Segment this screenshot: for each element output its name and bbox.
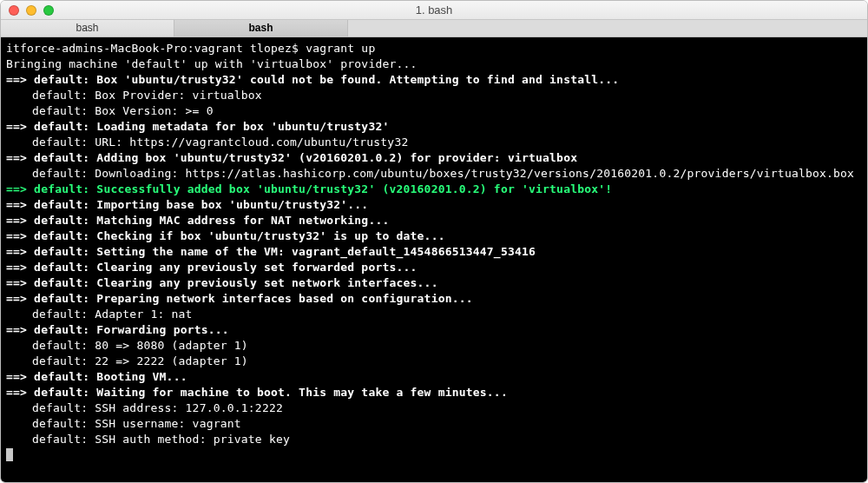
terminal-line: ==> default: Setting the name of the VM:… [6,244,862,260]
terminal-line: ==> default: Importing base box 'ubuntu/… [6,197,862,213]
terminal-success-line: ==> default: Successfully added box 'ubu… [6,182,862,197]
terminal-line: default: SSH username: vagrant [6,416,862,432]
terminal-cursor-line [6,447,862,463]
terminal-line: ==> default: Box 'ubuntu/trusty32' could… [6,72,862,88]
prompt-command: vagrant up [306,42,375,55]
titlebar: 1. bash [1,1,867,20]
terminal-line: ==> default: Checking if box 'ubuntu/tru… [6,228,862,244]
terminal-line: ==> default: Waiting for machine to boot… [6,385,862,400]
terminal-line: default: SSH address: 127.0.0.1:2222 [6,400,862,416]
terminal-line: default: SSH auth method: private key [6,432,862,447]
terminal-line: ==> default: Forwarding ports... [6,322,862,338]
terminal-line: default: Downloading: https://atlas.hash… [6,166,862,182]
terminal-line: default: 80 => 8080 (adapter 1) [6,338,862,354]
traffic-lights [1,5,54,16]
tab-bash-1[interactable]: bash [174,20,348,36]
maximize-icon[interactable] [43,5,54,16]
terminal-line: ==> default: Clearing any previously set… [6,260,862,275]
terminal-line: default: 22 => 2222 (adapter 1) [6,354,862,369]
terminal-line: Bringing machine 'default' up with 'virt… [6,56,862,72]
window-title: 1. bash [1,3,867,17]
prompt-host: itforce-admins-MacBook-Pro:vagrant tlope… [6,42,306,55]
terminal-line: ==> default: Matching MAC address for NA… [6,213,862,228]
terminal-line: default: URL: https://vagrantcloud.com/u… [6,135,862,150]
terminal-line: default: Adapter 1: nat [6,307,862,322]
terminal-line: default: Box Provider: virtualbox [6,88,862,103]
tab-bash-0[interactable]: bash [1,20,174,36]
close-icon[interactable] [9,5,19,16]
terminal-line: ==> default: Adding box 'ubuntu/trusty32… [6,150,862,166]
terminal-output[interactable]: itforce-admins-MacBook-Pro:vagrant tlope… [1,37,867,483]
terminal-line: ==> default: Clearing any previously set… [6,275,862,291]
terminal-prompt-line: itforce-admins-MacBook-Pro:vagrant tlope… [6,41,862,56]
cursor-icon [6,448,13,461]
tab-bar: bash bash [1,20,867,37]
minimize-icon[interactable] [26,5,36,16]
terminal-line: ==> default: Loading metadata for box 'u… [6,119,862,135]
terminal-line: default: Box Version: >= 0 [6,103,862,119]
terminal-line: ==> default: Preparing network interface… [6,291,862,307]
terminal-line: ==> default: Booting VM... [6,369,862,385]
